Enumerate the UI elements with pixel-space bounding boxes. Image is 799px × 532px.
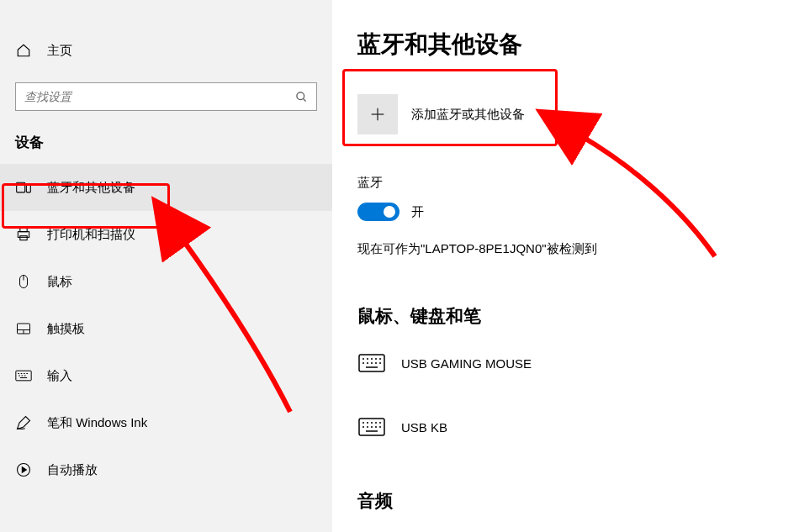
touchpad-icon	[15, 320, 32, 337]
page-title: 蓝牙和其他设备	[357, 29, 799, 61]
sidebar: 主页 设备 蓝牙和其他设备 打印机和扫描仪	[0, 0, 332, 532]
svg-point-0	[296, 92, 304, 99]
add-device-label: 添加蓝牙或其他设备	[411, 107, 525, 123]
sidebar-item-touchpad[interactable]: 触摸板	[0, 305, 332, 352]
printer-icon	[15, 226, 32, 243]
keyboard-icon	[15, 367, 32, 384]
pen-icon	[15, 414, 32, 431]
device-label: USB GAMING MOUSE	[401, 356, 532, 371]
sidebar-item-label: 蓝牙和其他设备	[47, 180, 135, 196]
sidebar-item-typing[interactable]: 输入	[0, 352, 332, 399]
content-pane: 蓝牙和其他设备 添加蓝牙或其他设备 蓝牙 开 现在可作为"LAPTOP-8PE1…	[332, 0, 799, 532]
toggle-state-label: 开	[411, 204, 424, 220]
sidebar-item-pen[interactable]: 笔和 Windows Ink	[0, 399, 332, 446]
svg-rect-5	[20, 229, 27, 232]
plus-icon	[357, 94, 398, 134]
section-audio: 音频	[357, 489, 799, 513]
section-mouse-kb: 鼠标、键盘和笔	[357, 304, 799, 328]
sidebar-item-bluetooth[interactable]: 蓝牙和其他设备	[0, 164, 332, 211]
toggle-knob	[384, 206, 395, 218]
home-link[interactable]: 主页	[0, 34, 332, 67]
search-icon	[294, 90, 308, 103]
add-device-button[interactable]: 添加蓝牙或其他设备	[357, 84, 559, 145]
search-input[interactable]	[24, 90, 294, 103]
sidebar-item-printers[interactable]: 打印机和扫描仪	[0, 211, 332, 258]
bluetooth-toggle[interactable]	[357, 203, 400, 221]
bluetooth-devices-icon	[15, 179, 32, 196]
sidebar-item-autoplay[interactable]: 自动播放	[0, 446, 332, 493]
sidebar-item-label: 鼠标	[47, 274, 72, 290]
svg-marker-22	[22, 467, 26, 473]
svg-line-1	[303, 98, 305, 101]
sidebar-item-label: 触摸板	[47, 321, 85, 337]
device-label: USB KB	[401, 420, 447, 435]
home-label: 主页	[47, 43, 72, 59]
sidebar-section-title: 设备	[0, 111, 332, 164]
search-box[interactable]	[15, 82, 317, 111]
device-row[interactable]: USB GAMING MOUSE	[357, 343, 799, 383]
svg-rect-12	[16, 371, 31, 381]
home-icon	[15, 42, 32, 59]
keyboard-device-icon	[357, 415, 386, 439]
autoplay-icon	[15, 461, 32, 478]
sidebar-item-label: 打印机和扫描仪	[47, 227, 135, 243]
svg-rect-6	[20, 236, 27, 240]
discoverable-text: 现在可作为"LAPTOP-8PE1JQN0"被检测到	[357, 241, 799, 257]
sidebar-item-label: 笔和 Windows Ink	[47, 415, 147, 431]
keyboard-device-icon	[357, 351, 386, 375]
device-row[interactable]: USB KB	[357, 407, 799, 447]
bluetooth-label: 蓝牙	[357, 175, 799, 191]
svg-rect-2	[17, 182, 25, 192]
sidebar-item-label: 输入	[47, 368, 72, 384]
sidebar-item-label: 自动播放	[47, 462, 98, 478]
mouse-icon	[15, 273, 32, 290]
sidebar-item-mouse[interactable]: 鼠标	[0, 258, 332, 305]
svg-rect-3	[26, 185, 30, 192]
